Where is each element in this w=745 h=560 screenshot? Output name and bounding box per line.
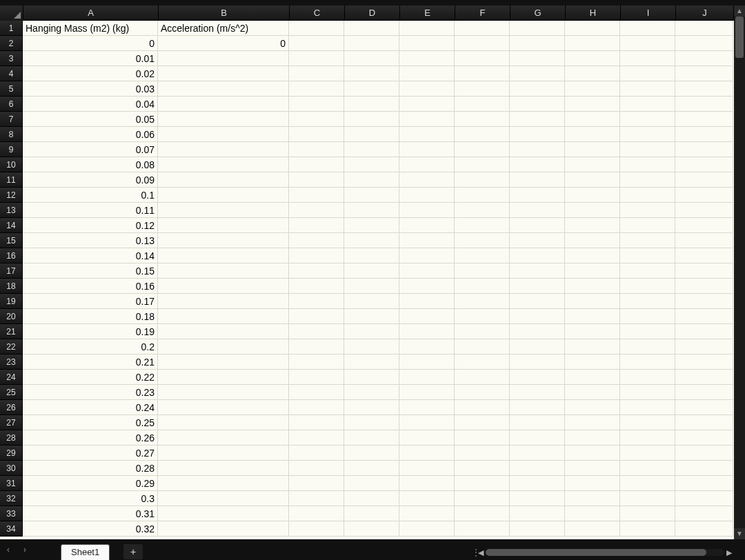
cell-C34[interactable] [289,521,344,537]
cell-I18[interactable] [620,279,675,294]
cell-C1[interactable] [289,21,344,36]
cell-C16[interactable] [289,248,344,263]
cell-B19[interactable] [158,294,289,309]
cell-C20[interactable] [289,309,344,324]
cell-A23[interactable]: 0.21 [23,354,158,370]
row-header-17[interactable]: 17 [0,263,23,279]
cell-C30[interactable] [289,461,344,476]
cell-B30[interactable] [158,461,289,476]
cell-D13[interactable] [344,203,399,218]
cell-H5[interactable] [565,81,620,97]
scroll-right-icon[interactable]: ▶ [724,548,734,557]
cell-H19[interactable] [565,294,620,309]
cell-A15[interactable]: 0.13 [23,233,158,248]
cell-D17[interactable] [344,263,399,279]
cell-A21[interactable]: 0.19 [23,324,158,339]
cell-E6[interactable] [399,97,455,112]
cell-H4[interactable] [565,66,620,81]
cell-B12[interactable] [158,188,289,203]
cell-C26[interactable] [289,400,344,415]
cell-A26[interactable]: 0.24 [23,400,158,415]
cell-I16[interactable] [620,248,675,263]
cell-I24[interactable] [620,370,675,385]
cell-J27[interactable] [675,415,733,430]
cell-D22[interactable] [344,339,399,354]
row-header-34[interactable]: 34 [0,521,23,537]
cell-C12[interactable] [289,188,344,203]
cell-F21[interactable] [455,324,510,339]
cell-I15[interactable] [620,233,675,248]
cell-J17[interactable] [675,263,733,279]
cell-A25[interactable]: 0.23 [23,385,158,400]
cell-J1[interactable] [675,21,733,36]
cell-F23[interactable] [455,354,510,370]
cell-C17[interactable] [289,263,344,279]
cell-H16[interactable] [565,248,620,263]
cell-G29[interactable] [510,446,565,461]
cell-I8[interactable] [620,127,675,142]
cell-J19[interactable] [675,294,733,309]
cell-H13[interactable] [565,203,620,218]
cell-E21[interactable] [399,324,455,339]
cell-D16[interactable] [344,248,399,263]
cell-I11[interactable] [620,172,675,188]
horizontal-scrollbar[interactable]: ⋮ ◀ ▶ [472,548,734,557]
cell-D14[interactable] [344,218,399,233]
cell-C22[interactable] [289,339,344,354]
cell-C19[interactable] [289,294,344,309]
horizontal-scroll-track[interactable] [486,549,724,556]
cell-F6[interactable] [455,97,510,112]
cell-B29[interactable] [158,446,289,461]
cell-B8[interactable] [158,127,289,142]
cell-I2[interactable] [620,36,675,51]
cell-E12[interactable] [399,188,455,203]
cell-J26[interactable] [675,400,733,415]
cell-E9[interactable] [399,142,455,157]
cell-H15[interactable] [565,233,620,248]
cell-D27[interactable] [344,415,399,430]
cell-G18[interactable] [510,279,565,294]
cell-B15[interactable] [158,233,289,248]
cell-F30[interactable] [455,461,510,476]
cell-F31[interactable] [455,476,510,491]
cell-G2[interactable] [510,36,565,51]
row-header-13[interactable]: 13 [0,203,23,218]
row-header-12[interactable]: 12 [0,188,23,203]
cell-J25[interactable] [675,385,733,400]
cell-H18[interactable] [565,279,620,294]
cell-A2[interactable]: 0 [23,36,158,51]
cell-G11[interactable] [510,172,565,188]
cell-B34[interactable] [158,521,289,537]
column-header-F[interactable]: F [455,6,510,21]
cell-A18[interactable]: 0.16 [23,279,158,294]
cell-D33[interactable] [344,506,399,521]
cell-B4[interactable] [158,66,289,81]
cell-C3[interactable] [289,51,344,66]
cell-I10[interactable] [620,157,675,172]
cell-B20[interactable] [158,309,289,324]
cell-J22[interactable] [675,339,733,354]
cell-I22[interactable] [620,339,675,354]
cell-A27[interactable]: 0.25 [23,415,158,430]
scroll-left-icon[interactable]: ◀ [476,548,486,557]
cell-A14[interactable]: 0.12 [23,218,158,233]
cell-C7[interactable] [289,112,344,127]
cell-F3[interactable] [455,51,510,66]
cell-J16[interactable] [675,248,733,263]
cell-I5[interactable] [620,81,675,97]
cell-G4[interactable] [510,66,565,81]
row-header-29[interactable]: 29 [0,446,23,461]
cell-G31[interactable] [510,476,565,491]
cell-C14[interactable] [289,218,344,233]
cell-C10[interactable] [289,157,344,172]
cell-J14[interactable] [675,218,733,233]
cell-C32[interactable] [289,491,344,506]
cell-A16[interactable]: 0.14 [23,248,158,263]
cell-B3[interactable] [158,51,289,66]
cell-B9[interactable] [158,142,289,157]
cell-C27[interactable] [289,415,344,430]
cell-I34[interactable] [620,521,675,537]
cell-C33[interactable] [289,506,344,521]
cell-A30[interactable]: 0.28 [23,461,158,476]
cell-A19[interactable]: 0.17 [23,294,158,309]
